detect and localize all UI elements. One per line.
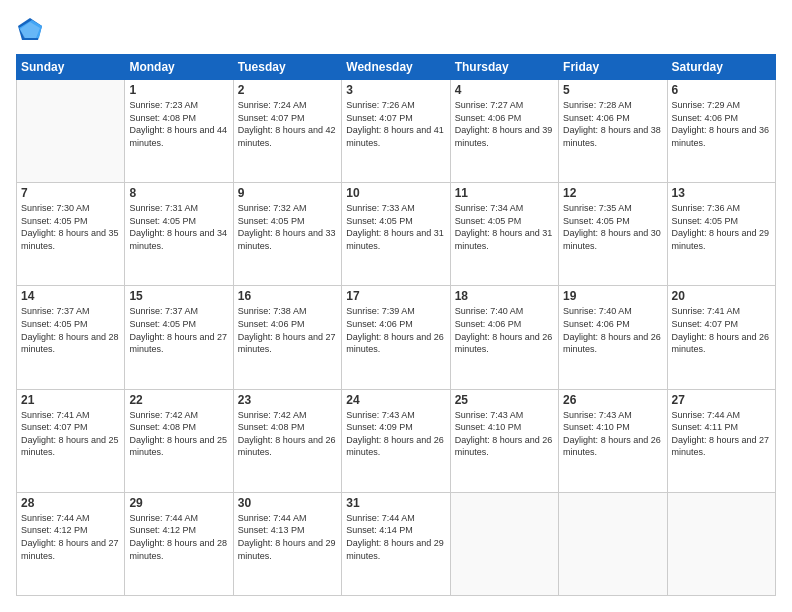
week-row-5: 28Sunrise: 7:44 AMSunset: 4:12 PMDayligh… bbox=[17, 492, 776, 595]
day-number: 2 bbox=[238, 83, 337, 97]
day-info: Sunrise: 7:28 AMSunset: 4:06 PMDaylight:… bbox=[563, 99, 662, 149]
day-info: Sunrise: 7:40 AMSunset: 4:06 PMDaylight:… bbox=[455, 305, 554, 355]
calendar-cell bbox=[17, 80, 125, 183]
day-number: 16 bbox=[238, 289, 337, 303]
calendar-cell: 17Sunrise: 7:39 AMSunset: 4:06 PMDayligh… bbox=[342, 286, 450, 389]
calendar-cell: 20Sunrise: 7:41 AMSunset: 4:07 PMDayligh… bbox=[667, 286, 775, 389]
week-row-4: 21Sunrise: 7:41 AMSunset: 4:07 PMDayligh… bbox=[17, 389, 776, 492]
day-number: 21 bbox=[21, 393, 120, 407]
day-number: 17 bbox=[346, 289, 445, 303]
calendar-cell bbox=[450, 492, 558, 595]
calendar-cell: 8Sunrise: 7:31 AMSunset: 4:05 PMDaylight… bbox=[125, 183, 233, 286]
day-number: 8 bbox=[129, 186, 228, 200]
calendar-cell: 18Sunrise: 7:40 AMSunset: 4:06 PMDayligh… bbox=[450, 286, 558, 389]
day-number: 3 bbox=[346, 83, 445, 97]
calendar-cell: 5Sunrise: 7:28 AMSunset: 4:06 PMDaylight… bbox=[559, 80, 667, 183]
day-info: Sunrise: 7:29 AMSunset: 4:06 PMDaylight:… bbox=[672, 99, 771, 149]
calendar-cell: 28Sunrise: 7:44 AMSunset: 4:12 PMDayligh… bbox=[17, 492, 125, 595]
page: SundayMondayTuesdayWednesdayThursdayFrid… bbox=[0, 0, 792, 612]
calendar-cell: 13Sunrise: 7:36 AMSunset: 4:05 PMDayligh… bbox=[667, 183, 775, 286]
day-number: 10 bbox=[346, 186, 445, 200]
day-number: 13 bbox=[672, 186, 771, 200]
day-info: Sunrise: 7:34 AMSunset: 4:05 PMDaylight:… bbox=[455, 202, 554, 252]
day-info: Sunrise: 7:30 AMSunset: 4:05 PMDaylight:… bbox=[21, 202, 120, 252]
day-info: Sunrise: 7:31 AMSunset: 4:05 PMDaylight:… bbox=[129, 202, 228, 252]
calendar-cell: 22Sunrise: 7:42 AMSunset: 4:08 PMDayligh… bbox=[125, 389, 233, 492]
calendar-cell: 14Sunrise: 7:37 AMSunset: 4:05 PMDayligh… bbox=[17, 286, 125, 389]
calendar-cell: 7Sunrise: 7:30 AMSunset: 4:05 PMDaylight… bbox=[17, 183, 125, 286]
day-info: Sunrise: 7:44 AMSunset: 4:14 PMDaylight:… bbox=[346, 512, 445, 562]
calendar-cell: 10Sunrise: 7:33 AMSunset: 4:05 PMDayligh… bbox=[342, 183, 450, 286]
calendar-cell: 25Sunrise: 7:43 AMSunset: 4:10 PMDayligh… bbox=[450, 389, 558, 492]
day-number: 1 bbox=[129, 83, 228, 97]
day-info: Sunrise: 7:42 AMSunset: 4:08 PMDaylight:… bbox=[129, 409, 228, 459]
day-number: 23 bbox=[238, 393, 337, 407]
week-row-2: 7Sunrise: 7:30 AMSunset: 4:05 PMDaylight… bbox=[17, 183, 776, 286]
day-info: Sunrise: 7:43 AMSunset: 4:09 PMDaylight:… bbox=[346, 409, 445, 459]
week-row-1: 1Sunrise: 7:23 AMSunset: 4:08 PMDaylight… bbox=[17, 80, 776, 183]
calendar-cell: 16Sunrise: 7:38 AMSunset: 4:06 PMDayligh… bbox=[233, 286, 341, 389]
calendar-cell: 6Sunrise: 7:29 AMSunset: 4:06 PMDaylight… bbox=[667, 80, 775, 183]
day-number: 7 bbox=[21, 186, 120, 200]
day-number: 30 bbox=[238, 496, 337, 510]
day-info: Sunrise: 7:43 AMSunset: 4:10 PMDaylight:… bbox=[563, 409, 662, 459]
day-info: Sunrise: 7:44 AMSunset: 4:12 PMDaylight:… bbox=[129, 512, 228, 562]
day-info: Sunrise: 7:23 AMSunset: 4:08 PMDaylight:… bbox=[129, 99, 228, 149]
calendar-cell bbox=[559, 492, 667, 595]
day-number: 6 bbox=[672, 83, 771, 97]
day-info: Sunrise: 7:44 AMSunset: 4:11 PMDaylight:… bbox=[672, 409, 771, 459]
day-number: 11 bbox=[455, 186, 554, 200]
day-info: Sunrise: 7:35 AMSunset: 4:05 PMDaylight:… bbox=[563, 202, 662, 252]
calendar-cell: 4Sunrise: 7:27 AMSunset: 4:06 PMDaylight… bbox=[450, 80, 558, 183]
day-info: Sunrise: 7:41 AMSunset: 4:07 PMDaylight:… bbox=[672, 305, 771, 355]
day-number: 15 bbox=[129, 289, 228, 303]
day-number: 26 bbox=[563, 393, 662, 407]
weekday-header-sunday: Sunday bbox=[17, 55, 125, 80]
day-info: Sunrise: 7:44 AMSunset: 4:13 PMDaylight:… bbox=[238, 512, 337, 562]
day-number: 29 bbox=[129, 496, 228, 510]
calendar-cell: 24Sunrise: 7:43 AMSunset: 4:09 PMDayligh… bbox=[342, 389, 450, 492]
week-row-3: 14Sunrise: 7:37 AMSunset: 4:05 PMDayligh… bbox=[17, 286, 776, 389]
day-info: Sunrise: 7:44 AMSunset: 4:12 PMDaylight:… bbox=[21, 512, 120, 562]
day-info: Sunrise: 7:43 AMSunset: 4:10 PMDaylight:… bbox=[455, 409, 554, 459]
day-info: Sunrise: 7:39 AMSunset: 4:06 PMDaylight:… bbox=[346, 305, 445, 355]
day-info: Sunrise: 7:41 AMSunset: 4:07 PMDaylight:… bbox=[21, 409, 120, 459]
day-number: 18 bbox=[455, 289, 554, 303]
day-info: Sunrise: 7:38 AMSunset: 4:06 PMDaylight:… bbox=[238, 305, 337, 355]
day-info: Sunrise: 7:32 AMSunset: 4:05 PMDaylight:… bbox=[238, 202, 337, 252]
day-number: 25 bbox=[455, 393, 554, 407]
calendar-cell: 27Sunrise: 7:44 AMSunset: 4:11 PMDayligh… bbox=[667, 389, 775, 492]
day-info: Sunrise: 7:24 AMSunset: 4:07 PMDaylight:… bbox=[238, 99, 337, 149]
day-number: 27 bbox=[672, 393, 771, 407]
day-number: 4 bbox=[455, 83, 554, 97]
weekday-header-monday: Monday bbox=[125, 55, 233, 80]
day-number: 9 bbox=[238, 186, 337, 200]
weekday-header-friday: Friday bbox=[559, 55, 667, 80]
weekday-header-thursday: Thursday bbox=[450, 55, 558, 80]
calendar-cell: 11Sunrise: 7:34 AMSunset: 4:05 PMDayligh… bbox=[450, 183, 558, 286]
weekday-header-tuesday: Tuesday bbox=[233, 55, 341, 80]
day-info: Sunrise: 7:37 AMSunset: 4:05 PMDaylight:… bbox=[21, 305, 120, 355]
day-info: Sunrise: 7:27 AMSunset: 4:06 PMDaylight:… bbox=[455, 99, 554, 149]
calendar-cell: 21Sunrise: 7:41 AMSunset: 4:07 PMDayligh… bbox=[17, 389, 125, 492]
day-number: 31 bbox=[346, 496, 445, 510]
header bbox=[16, 16, 776, 44]
day-number: 19 bbox=[563, 289, 662, 303]
calendar-cell: 26Sunrise: 7:43 AMSunset: 4:10 PMDayligh… bbox=[559, 389, 667, 492]
day-info: Sunrise: 7:36 AMSunset: 4:05 PMDaylight:… bbox=[672, 202, 771, 252]
calendar-cell: 15Sunrise: 7:37 AMSunset: 4:05 PMDayligh… bbox=[125, 286, 233, 389]
logo bbox=[16, 16, 48, 44]
day-number: 14 bbox=[21, 289, 120, 303]
day-info: Sunrise: 7:33 AMSunset: 4:05 PMDaylight:… bbox=[346, 202, 445, 252]
day-number: 24 bbox=[346, 393, 445, 407]
calendar-cell: 3Sunrise: 7:26 AMSunset: 4:07 PMDaylight… bbox=[342, 80, 450, 183]
calendar-cell: 2Sunrise: 7:24 AMSunset: 4:07 PMDaylight… bbox=[233, 80, 341, 183]
day-number: 20 bbox=[672, 289, 771, 303]
calendar-cell: 23Sunrise: 7:42 AMSunset: 4:08 PMDayligh… bbox=[233, 389, 341, 492]
day-number: 5 bbox=[563, 83, 662, 97]
calendar-cell: 12Sunrise: 7:35 AMSunset: 4:05 PMDayligh… bbox=[559, 183, 667, 286]
weekday-header-row: SundayMondayTuesdayWednesdayThursdayFrid… bbox=[17, 55, 776, 80]
weekday-header-wednesday: Wednesday bbox=[342, 55, 450, 80]
day-info: Sunrise: 7:42 AMSunset: 4:08 PMDaylight:… bbox=[238, 409, 337, 459]
day-number: 12 bbox=[563, 186, 662, 200]
